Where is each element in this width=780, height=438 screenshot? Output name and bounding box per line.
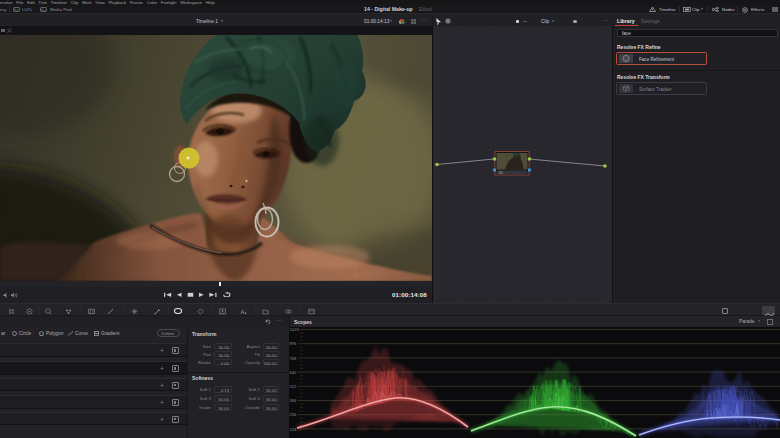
svg-text:896: 896 [290, 341, 297, 346]
svg-text:512: 512 [290, 384, 297, 389]
svg-text:768: 768 [290, 356, 297, 361]
svg-text:640: 640 [290, 370, 297, 375]
svg-text:128: 128 [290, 427, 297, 432]
svg-text:384: 384 [290, 398, 297, 403]
svg-text:01: 01 [499, 171, 503, 175]
svg-text:1023: 1023 [290, 327, 300, 332]
svg-text:256: 256 [290, 412, 297, 417]
